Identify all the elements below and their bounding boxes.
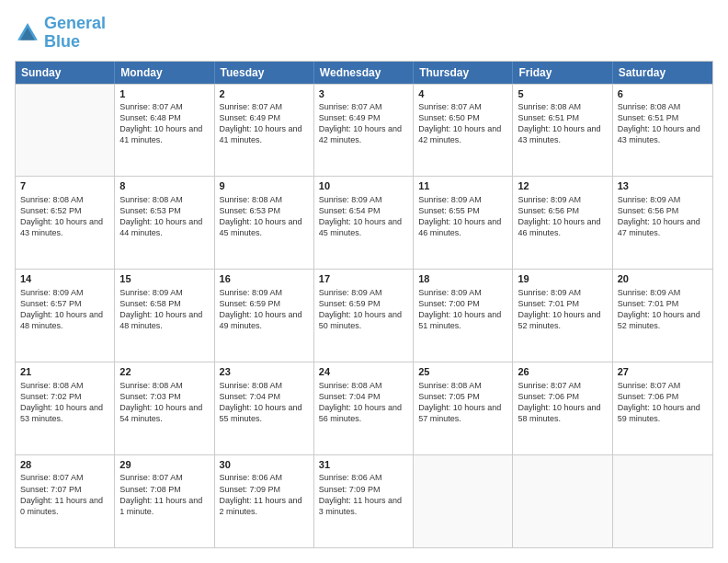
day-number: 15 — [119, 272, 209, 285]
calendar-row-4: 21Sunrise: 8:08 AM Sunset: 7:02 PM Dayli… — [16, 362, 712, 454]
day-cell-27: 27Sunrise: 8:07 AM Sunset: 7:06 PM Dayli… — [613, 362, 712, 454]
day-cell-3: 3Sunrise: 8:07 AM Sunset: 6:49 PM Daylig… — [314, 85, 414, 177]
day-cell-28: 28Sunrise: 8:07 AM Sunset: 7:07 PM Dayli… — [16, 455, 115, 547]
header-day-tuesday: Tuesday — [215, 62, 314, 84]
day-number: 12 — [518, 179, 607, 192]
day-cell-30: 30Sunrise: 8:06 AM Sunset: 7:09 PM Dayli… — [215, 455, 314, 547]
day-cell-29: 29Sunrise: 8:07 AM Sunset: 7:08 PM Dayli… — [115, 455, 214, 547]
header-day-thursday: Thursday — [414, 62, 513, 84]
day-number: 13 — [618, 179, 708, 192]
day-number: 8 — [119, 179, 209, 192]
day-number: 3 — [319, 87, 408, 100]
cell-details: Sunrise: 8:07 AM Sunset: 6:50 PM Dayligh… — [418, 101, 507, 146]
cell-details: Sunrise: 8:09 AM Sunset: 6:59 PM Dayligh… — [220, 287, 309, 332]
day-number: 1 — [119, 87, 209, 100]
calendar: SundayMondayTuesdayWednesdayThursdayFrid… — [15, 61, 713, 548]
cell-details: Sunrise: 8:06 AM Sunset: 7:09 PM Dayligh… — [319, 472, 408, 517]
day-cell-31: 31Sunrise: 8:06 AM Sunset: 7:09 PM Dayli… — [314, 455, 414, 547]
day-cell-24: 24Sunrise: 8:08 AM Sunset: 7:04 PM Dayli… — [314, 362, 414, 454]
day-number: 9 — [220, 179, 309, 192]
day-cell-7: 7Sunrise: 8:08 AM Sunset: 6:52 PM Daylig… — [16, 177, 115, 269]
day-number: 26 — [518, 365, 607, 378]
day-number: 10 — [319, 179, 408, 192]
day-cell-11: 11Sunrise: 8:09 AM Sunset: 6:55 PM Dayli… — [414, 177, 513, 269]
cell-details: Sunrise: 8:08 AM Sunset: 7:03 PM Dayligh… — [119, 380, 209, 425]
cell-details: Sunrise: 8:08 AM Sunset: 7:05 PM Dayligh… — [418, 380, 507, 425]
day-number: 24 — [319, 365, 408, 378]
cell-details: Sunrise: 8:09 AM Sunset: 6:57 PM Dayligh… — [20, 287, 109, 332]
cell-details: Sunrise: 8:06 AM Sunset: 7:09 PM Dayligh… — [220, 472, 309, 517]
header-day-friday: Friday — [513, 62, 612, 84]
empty-cell — [16, 85, 115, 177]
day-number: 11 — [418, 179, 507, 192]
day-number: 4 — [418, 87, 507, 100]
cell-details: Sunrise: 8:08 AM Sunset: 6:52 PM Dayligh… — [20, 194, 109, 239]
day-cell-1: 1Sunrise: 8:07 AM Sunset: 6:48 PM Daylig… — [115, 85, 214, 177]
header-day-wednesday: Wednesday — [314, 62, 414, 84]
cell-details: Sunrise: 8:07 AM Sunset: 6:49 PM Dayligh… — [220, 101, 309, 146]
day-number: 19 — [518, 272, 607, 285]
day-cell-5: 5Sunrise: 8:08 AM Sunset: 6:51 PM Daylig… — [513, 85, 612, 177]
day-cell-19: 19Sunrise: 8:09 AM Sunset: 7:01 PM Dayli… — [513, 270, 612, 362]
cell-details: Sunrise: 8:07 AM Sunset: 6:48 PM Dayligh… — [119, 101, 209, 146]
day-cell-23: 23Sunrise: 8:08 AM Sunset: 7:04 PM Dayli… — [215, 362, 314, 454]
day-cell-13: 13Sunrise: 8:09 AM Sunset: 6:56 PM Dayli… — [613, 177, 712, 269]
cell-details: Sunrise: 8:07 AM Sunset: 7:06 PM Dayligh… — [518, 380, 607, 425]
day-number: 28 — [20, 458, 109, 471]
day-cell-12: 12Sunrise: 8:09 AM Sunset: 6:56 PM Dayli… — [513, 177, 612, 269]
day-number: 23 — [220, 365, 309, 378]
day-cell-18: 18Sunrise: 8:09 AM Sunset: 7:00 PM Dayli… — [414, 270, 513, 362]
day-cell-17: 17Sunrise: 8:09 AM Sunset: 6:59 PM Dayli… — [314, 270, 414, 362]
day-number: 7 — [20, 179, 109, 192]
cell-details: Sunrise: 8:08 AM Sunset: 6:53 PM Dayligh… — [119, 194, 209, 239]
header-day-saturday: Saturday — [613, 62, 712, 84]
day-cell-20: 20Sunrise: 8:09 AM Sunset: 7:01 PM Dayli… — [613, 270, 712, 362]
day-number: 21 — [20, 365, 109, 378]
calendar-body: 1Sunrise: 8:07 AM Sunset: 6:48 PM Daylig… — [16, 84, 712, 547]
day-cell-26: 26Sunrise: 8:07 AM Sunset: 7:06 PM Dayli… — [513, 362, 612, 454]
cell-details: Sunrise: 8:09 AM Sunset: 6:54 PM Dayligh… — [319, 194, 408, 239]
cell-details: Sunrise: 8:08 AM Sunset: 7:02 PM Dayligh… — [20, 380, 109, 425]
calendar-row-2: 7Sunrise: 8:08 AM Sunset: 6:52 PM Daylig… — [16, 176, 712, 269]
calendar-row-5: 28Sunrise: 8:07 AM Sunset: 7:07 PM Dayli… — [16, 454, 712, 547]
logo-icon — [15, 20, 40, 46]
cell-details: Sunrise: 8:08 AM Sunset: 7:04 PM Dayligh… — [220, 380, 309, 425]
day-number: 20 — [618, 272, 708, 285]
cell-details: Sunrise: 8:07 AM Sunset: 7:07 PM Dayligh… — [20, 472, 109, 517]
cell-details: Sunrise: 8:07 AM Sunset: 7:08 PM Dayligh… — [119, 472, 209, 517]
cell-details: Sunrise: 8:07 AM Sunset: 7:06 PM Dayligh… — [618, 380, 708, 425]
day-number: 2 — [220, 87, 309, 100]
day-cell-16: 16Sunrise: 8:09 AM Sunset: 6:59 PM Dayli… — [215, 270, 314, 362]
day-cell-9: 9Sunrise: 8:08 AM Sunset: 6:53 PM Daylig… — [215, 177, 314, 269]
day-number: 14 — [20, 272, 109, 285]
cell-details: Sunrise: 8:09 AM Sunset: 7:00 PM Dayligh… — [418, 287, 507, 332]
cell-details: Sunrise: 8:09 AM Sunset: 7:01 PM Dayligh… — [618, 287, 708, 332]
calendar-row-3: 14Sunrise: 8:09 AM Sunset: 6:57 PM Dayli… — [16, 269, 712, 362]
day-number: 18 — [418, 272, 507, 285]
day-cell-8: 8Sunrise: 8:08 AM Sunset: 6:53 PM Daylig… — [115, 177, 214, 269]
empty-cell — [513, 455, 612, 547]
cell-details: Sunrise: 8:09 AM Sunset: 6:55 PM Dayligh… — [418, 194, 507, 239]
header-day-sunday: Sunday — [16, 62, 115, 84]
day-number: 17 — [319, 272, 408, 285]
day-number: 22 — [119, 365, 209, 378]
day-number: 27 — [618, 365, 708, 378]
day-cell-22: 22Sunrise: 8:08 AM Sunset: 7:03 PM Dayli… — [115, 362, 214, 454]
cell-details: Sunrise: 8:08 AM Sunset: 7:04 PM Dayligh… — [319, 380, 408, 425]
calendar-header: SundayMondayTuesdayWednesdayThursdayFrid… — [16, 62, 712, 84]
day-number: 29 — [119, 458, 209, 471]
cell-details: Sunrise: 8:08 AM Sunset: 6:51 PM Dayligh… — [518, 101, 607, 146]
cell-details: Sunrise: 8:08 AM Sunset: 6:53 PM Dayligh… — [220, 194, 309, 239]
header: General Blue — [15, 15, 713, 52]
day-cell-15: 15Sunrise: 8:09 AM Sunset: 6:58 PM Dayli… — [115, 270, 214, 362]
page: General Blue SundayMondayTuesdayWednesda… — [0, 0, 728, 563]
day-cell-10: 10Sunrise: 8:09 AM Sunset: 6:54 PM Dayli… — [314, 177, 414, 269]
cell-details: Sunrise: 8:08 AM Sunset: 6:51 PM Dayligh… — [618, 101, 708, 146]
day-cell-25: 25Sunrise: 8:08 AM Sunset: 7:05 PM Dayli… — [414, 362, 513, 454]
logo: General Blue — [15, 15, 106, 52]
empty-cell — [613, 455, 712, 547]
empty-cell — [414, 455, 513, 547]
day-cell-2: 2Sunrise: 8:07 AM Sunset: 6:49 PM Daylig… — [215, 85, 314, 177]
day-cell-21: 21Sunrise: 8:08 AM Sunset: 7:02 PM Dayli… — [16, 362, 115, 454]
calendar-row-1: 1Sunrise: 8:07 AM Sunset: 6:48 PM Daylig… — [16, 84, 712, 177]
